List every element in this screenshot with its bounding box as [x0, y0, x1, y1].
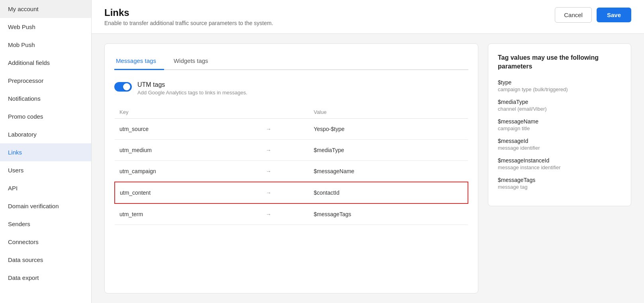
table-row: utm_content→$contactId — [115, 182, 468, 203]
row-value: $messageTags — [309, 203, 468, 225]
param-name: $mediaType — [498, 99, 621, 105]
row-value: $messageName — [309, 161, 468, 182]
param-name: $messageName — [498, 118, 621, 125]
param-desc: message identifier — [498, 145, 621, 151]
table-row: utm_source→Yespo-$type — [115, 119, 468, 140]
row-arrow: → — [261, 119, 309, 140]
row-value: $mediaType — [309, 140, 468, 161]
sidebar-item-web-push[interactable]: Web Push — [0, 18, 91, 36]
right-panel: Tag values may use the following paramet… — [488, 43, 631, 206]
utm-desc: Add Google Analytics tags to links in me… — [137, 90, 247, 96]
utm-label: UTM tags Add Google Analytics tags to li… — [137, 81, 247, 96]
table-row: utm_medium→$mediaType — [115, 140, 468, 161]
tabs: Messages tagsWidgets tags — [114, 53, 468, 70]
param-desc: message tag — [498, 184, 621, 190]
sidebar-item-promo-codes[interactable]: Promo codes — [0, 108, 91, 125]
param-name: $messageId — [498, 138, 621, 144]
row-key: utm_source — [115, 119, 261, 140]
row-key: utm_content — [115, 182, 261, 203]
param-name: $messageInstanceId — [498, 157, 621, 164]
sidebar-item-users[interactable]: Users — [0, 161, 91, 179]
right-panel-title: Tag values may use the following paramet… — [498, 53, 621, 71]
sidebar: My accountWeb PushMob PushAdditional fie… — [0, 0, 92, 303]
content-area: Messages tagsWidgets tags UTM tags Add G… — [92, 34, 644, 303]
param-desc: message instance identifier — [498, 164, 621, 170]
row-arrow: → — [261, 140, 309, 161]
header-actions: Cancel Save — [555, 7, 631, 23]
sidebar-item-preprocessor[interactable]: Preprocessor — [0, 72, 91, 90]
sidebar-item-my-account[interactable]: My account — [0, 0, 91, 18]
save-button[interactable]: Save — [597, 8, 631, 22]
row-value: Yespo-$type — [309, 119, 468, 140]
param-item: $mediaTypechannel (email/Viber) — [498, 99, 621, 112]
sidebar-item-links[interactable]: Links — [0, 143, 91, 161]
table-row: utm_campaign→$messageName — [115, 161, 468, 182]
page-title-area: Links Enable to transfer additional traf… — [104, 7, 273, 26]
param-desc: channel (email/Viber) — [498, 106, 621, 112]
param-name: $type — [498, 79, 621, 86]
col-key-header: Key — [115, 107, 261, 119]
cancel-button[interactable]: Cancel — [555, 7, 592, 23]
row-arrow: → — [261, 161, 309, 182]
tab-widgets-tags[interactable]: Widgets tags — [172, 53, 216, 70]
utm-title: UTM tags — [137, 81, 247, 88]
param-item: $messageIdmessage identifier — [498, 138, 621, 151]
sidebar-item-connectors[interactable]: Connectors — [0, 233, 91, 251]
page-subtitle: Enable to transfer additional traffic so… — [104, 20, 273, 26]
col-value-header: Value — [309, 107, 468, 119]
utm-toggle[interactable] — [114, 82, 132, 92]
col-arrow-header — [261, 107, 309, 119]
sidebar-item-mob-push[interactable]: Mob Push — [0, 36, 91, 54]
table-row: utm_term→$messageTags — [115, 203, 468, 225]
row-key: utm_medium — [115, 140, 261, 161]
sidebar-item-laboratory[interactable]: Laboratory — [0, 125, 91, 143]
sidebar-item-senders[interactable]: Senders — [0, 215, 91, 233]
top-header: Links Enable to transfer additional traf… — [92, 0, 644, 34]
page-title: Links — [104, 7, 273, 18]
left-panel: Messages tagsWidgets tags UTM tags Add G… — [104, 43, 478, 293]
sidebar-item-data-export[interactable]: Data export — [0, 269, 91, 287]
param-item: $typecampaign type (bulk/triggered) — [498, 79, 621, 92]
param-item: $messageInstanceIdmessage instance ident… — [498, 157, 621, 170]
param-desc: campaign title — [498, 125, 621, 131]
row-arrow: → — [261, 182, 309, 203]
param-item: $messageTagsmessage tag — [498, 177, 621, 190]
sidebar-item-notifications[interactable]: Notifications — [0, 90, 91, 108]
param-item: $messageNamecampaign title — [498, 118, 621, 131]
sidebar-item-data-sources[interactable]: Data sources — [0, 251, 91, 269]
tab-messages-tags[interactable]: Messages tags — [114, 53, 164, 70]
sidebar-item-api[interactable]: API — [0, 179, 91, 197]
param-desc: campaign type (bulk/triggered) — [498, 86, 621, 92]
utm-table: Key Value utm_source→Yespo-$typeutm_medi… — [114, 107, 468, 225]
utm-section: UTM tags Add Google Analytics tags to li… — [114, 81, 468, 96]
sidebar-item-domain-verification[interactable]: Domain verification — [0, 197, 91, 215]
row-value: $contactId — [309, 182, 468, 203]
param-name: $messageTags — [498, 177, 621, 183]
row-key: utm_term — [115, 203, 261, 225]
row-arrow: → — [261, 203, 309, 225]
main-content: Links Enable to transfer additional traf… — [92, 0, 644, 303]
row-key: utm_campaign — [115, 161, 261, 182]
sidebar-item-additional-fields[interactable]: Additional fields — [0, 54, 91, 72]
